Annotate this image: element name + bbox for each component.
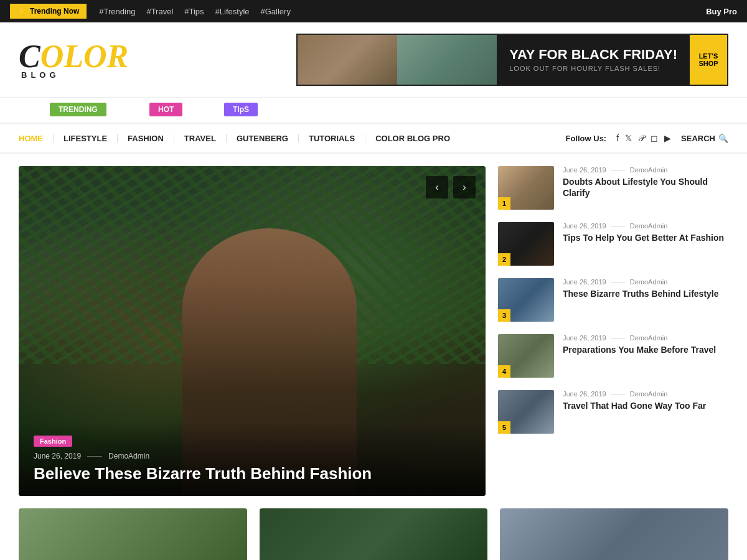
banner-text-area: YAY FOR BLACK FRIDAY! LOOK OUT FOR HOURL… — [497, 35, 690, 85]
sidebar-dash-2: —— — [611, 222, 625, 230]
sidebar-item-content-1: June 26, 2019 —— DemoAdmin Doubts About … — [563, 166, 728, 198]
sidebar-num-2: 2 — [498, 253, 510, 266]
search-button[interactable]: Search 🔍 — [681, 134, 728, 143]
topbar-link-lifestyle[interactable]: #Lifestyle — [215, 7, 250, 16]
topbar-link-trending[interactable]: #Trending — [99, 7, 135, 16]
featured-author: DemoAdmin — [108, 452, 149, 460]
featured-article: ‹ › Fashion June 26, 2019 —— DemoAdmin B… — [19, 166, 486, 496]
featured-category-badge[interactable]: Fashion — [34, 436, 72, 447]
top-bar: ⚡ Trending Now #Trending #Travel #Tips #… — [0, 0, 747, 22]
tag-bar: TRENDING HOT TIpS — [0, 98, 747, 124]
sidebar-meta-1: June 26, 2019 —— DemoAdmin — [563, 166, 728, 174]
sidebar-title-3[interactable]: These Bizarre Truths Behind Lifestyle — [563, 288, 728, 299]
bottom-card-3[interactable] — [500, 508, 728, 560]
sidebar-author-1: DemoAdmin — [630, 166, 668, 174]
sidebar-date-2: June 26, 2019 — [563, 222, 606, 230]
sidebar-item-content-4: June 26, 2019 —— DemoAdmin Preparations … — [563, 334, 728, 355]
nav-travel[interactable]: TRAVEL — [174, 134, 227, 142]
search-label: Search — [681, 134, 715, 143]
twitter-icon[interactable]: 𝕏 — [625, 133, 632, 144]
slider-arrows: ‹ › — [426, 176, 476, 198]
nav-tutorials[interactable]: TUTORIALS — [299, 134, 365, 142]
sidebar-date-1: June 26, 2019 — [563, 166, 606, 174]
sidebar-author-4: DemoAdmin — [630, 334, 668, 342]
sidebar-dash-1: —— — [611, 166, 625, 174]
facebook-icon[interactable]: f — [616, 133, 619, 144]
banner-headline: YAY FOR BLACK FRIDAY! — [509, 47, 677, 62]
bottom-card-2[interactable] — [260, 508, 488, 560]
nav-links: HOME LIFESTYLE FASHION TRAVEL GUTENBERG … — [19, 134, 460, 142]
sidebar-thumb-2: 2 — [498, 222, 554, 266]
sidebar-meta-5: June 26, 2019 —— DemoAdmin — [563, 390, 728, 398]
bottom-card-1[interactable] — [19, 508, 247, 560]
tag-tips[interactable]: TIpS — [224, 103, 258, 116]
sidebar-meta-2: June 26, 2019 —— DemoAdmin — [563, 222, 728, 230]
sidebar-thumb-1: 1 — [498, 166, 554, 210]
sidebar: 1 June 26, 2019 —— DemoAdmin Doubts Abou… — [498, 166, 728, 496]
logo-c: C — [19, 39, 40, 74]
next-arrow[interactable]: › — [453, 176, 476, 198]
featured-title: Believe These Bizarre Truth Behind Fashi… — [34, 464, 471, 483]
topbar-link-tips[interactable]: #Tips — [184, 7, 204, 16]
featured-image: ‹ › Fashion June 26, 2019 —— DemoAdmin B… — [19, 166, 486, 496]
sidebar-dash-4: —— — [611, 334, 625, 342]
header-banner: YAY FOR BLACK FRIDAY! LOOK OUT FOR HOURL… — [296, 34, 728, 86]
bottom-cards — [0, 508, 747, 560]
sidebar-date-5: June 26, 2019 — [563, 390, 606, 398]
sidebar-title-4[interactable]: Preparations You Make Before Travel — [563, 344, 728, 355]
sidebar-title-5[interactable]: Travel That Had Gone Way Too Far — [563, 400, 728, 411]
topbar-link-travel[interactable]: #Travel — [146, 7, 173, 16]
topbar-link-gallery[interactable]: #Gallery — [261, 7, 291, 16]
nav-home[interactable]: HOME — [19, 134, 54, 142]
youtube-icon[interactable]: ▶ — [664, 133, 671, 144]
trending-now-label: ⚡ Trending Now — [10, 4, 87, 19]
sidebar-title-2[interactable]: Tips To Help You Get Better At Fashion — [563, 232, 728, 243]
sidebar-author-3: DemoAdmin — [630, 278, 668, 286]
search-icon: 🔍 — [718, 134, 728, 143]
banner-image-2 — [397, 35, 497, 85]
sidebar-item-5: 5 June 26, 2019 —— DemoAdmin Travel That… — [498, 390, 728, 434]
bolt-icon: ⚡ — [17, 7, 27, 16]
sidebar-num-5: 5 — [498, 421, 510, 434]
sidebar-num-3: 3 — [498, 309, 510, 322]
logo-olor: OLOR — [40, 39, 129, 74]
sidebar-num-4: 4 — [498, 365, 510, 378]
sidebar-title-1[interactable]: Doubts About Lifestyle You Should Clarif… — [563, 176, 728, 198]
top-bar-left: ⚡ Trending Now #Trending #Travel #Tips #… — [10, 4, 291, 19]
sidebar-date-3: June 26, 2019 — [563, 278, 606, 286]
tag-hot[interactable]: HOT — [149, 103, 182, 116]
nav-gutenberg[interactable]: GUTENBERG — [227, 134, 299, 142]
nav-color-blog-pro[interactable]: COLOR BLOG PRO — [365, 134, 460, 142]
sidebar-item-2: 2 June 26, 2019 —— DemoAdmin Tips To Hel… — [498, 222, 728, 266]
sidebar-meta-4: June 26, 2019 —— DemoAdmin — [563, 334, 728, 342]
sidebar-item-4: 4 June 26, 2019 —— DemoAdmin Preparation… — [498, 334, 728, 378]
sidebar-dash-5: —— — [611, 390, 625, 398]
sidebar-item-3: 3 June 26, 2019 —— DemoAdmin These Bizar… — [498, 278, 728, 322]
sidebar-item-content-5: June 26, 2019 —— DemoAdmin Travel That H… — [563, 390, 728, 411]
social-icons: f 𝕏 𝒫 ◻ ▶ — [616, 133, 671, 144]
tag-trending[interactable]: TRENDING — [50, 103, 106, 116]
header: COLOR BLOG YAY FOR BLACK FRIDAY! LOOK OU… — [0, 22, 747, 98]
featured-dash: —— — [87, 452, 102, 460]
follow-us-label: Follow Us: — [565, 134, 606, 143]
sidebar-thumb-5: 5 — [498, 390, 554, 434]
sidebar-thumb-4: 4 — [498, 334, 554, 378]
nav-fashion[interactable]: FASHION — [118, 134, 174, 142]
instagram-icon[interactable]: ◻ — [651, 133, 658, 144]
sidebar-item-1: 1 June 26, 2019 —— DemoAdmin Doubts Abou… — [498, 166, 728, 210]
banner-image-1 — [298, 35, 397, 85]
banner-images — [298, 35, 497, 85]
sidebar-thumb-3: 3 — [498, 278, 554, 322]
buy-pro-link[interactable]: Buy Pro — [706, 7, 737, 16]
banner-cta-button[interactable]: LET'SSHOP — [690, 35, 727, 85]
sidebar-item-content-2: June 26, 2019 —— DemoAdmin Tips To Help … — [563, 222, 728, 243]
logo[interactable]: COLOR BLOG — [19, 40, 128, 80]
logo-color-text: COLOR — [19, 40, 128, 73]
top-bar-links: #Trending #Travel #Tips #Lifestyle #Gall… — [99, 7, 291, 16]
banner-subtext: LOOK OUT FOR HOURLY FLASH SALES! — [509, 65, 677, 72]
pinterest-icon[interactable]: 𝒫 — [638, 133, 644, 144]
sidebar-dash-3: —— — [611, 278, 625, 286]
nav-lifestyle[interactable]: LIFESTYLE — [54, 134, 118, 142]
nav-right: Follow Us: f 𝕏 𝒫 ◻ ▶ Search 🔍 — [565, 133, 728, 144]
prev-arrow[interactable]: ‹ — [426, 176, 448, 198]
